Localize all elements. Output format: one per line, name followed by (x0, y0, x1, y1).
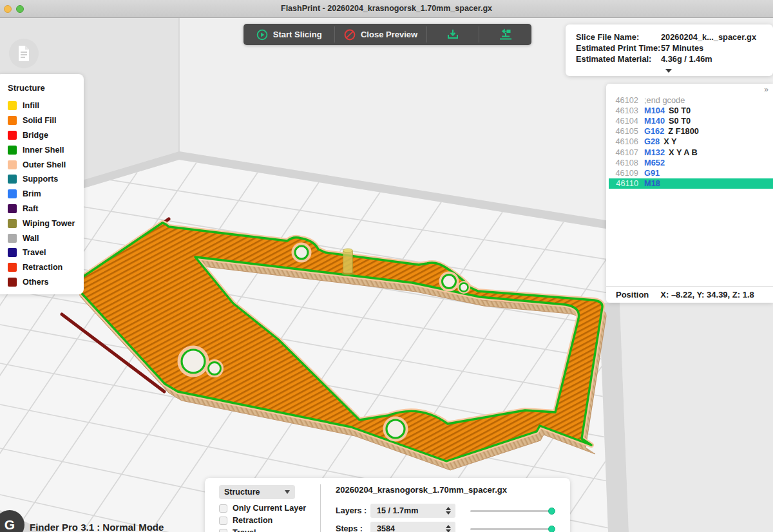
start-slicing-button[interactable]: Start Slicing (243, 24, 334, 45)
gcode-command: M18 (644, 178, 660, 188)
steps-label: Steps : (336, 524, 363, 532)
legend-item-label: Others (23, 278, 49, 287)
display-option-list: Only Current Layer Retraction Travel (219, 502, 306, 532)
gcode-line-number: 46102 (609, 95, 638, 105)
gcode-line[interactable]: 46103 M104 S0 T0 (609, 105, 773, 115)
legend-color-swatch (8, 219, 17, 228)
legend-item-label: Supports (23, 175, 58, 184)
display-option[interactable]: Retraction (219, 515, 306, 526)
layers-label: Layers : (336, 506, 367, 515)
slider-track[interactable] (470, 528, 554, 530)
legend-item-label: Infill (23, 101, 39, 110)
legend-item: Infill (0, 99, 84, 113)
display-option[interactable]: Travel (219, 527, 306, 532)
legend-color-swatch (8, 160, 17, 169)
legend-item-label: Outer Shell (23, 160, 66, 169)
position-value: X: –8.22, Y: 34.39, Z: 1.8 (660, 290, 754, 299)
layers-slider[interactable] (470, 508, 554, 515)
save-gcode-button[interactable] (427, 24, 479, 45)
legend-color-swatch (8, 131, 17, 140)
checkbox[interactable] (219, 529, 227, 532)
gcode-line[interactable]: 46107 M132 X Y A B (609, 147, 773, 157)
gcode-command: G28 (644, 137, 660, 146)
window-title: FlashPrint - 20260204_krasnogorsk_1.70mm… (0, 4, 773, 13)
step-down-icon (446, 529, 451, 532)
layers-value: 15 / 1.7mm (377, 506, 418, 515)
machine-badge-letter: G (5, 517, 15, 532)
slider-knob[interactable] (548, 526, 555, 532)
info-row: Estimated Print Time: 57 Minutes (576, 43, 773, 53)
position-label: Position (616, 290, 649, 299)
legend-item: Bridge (0, 128, 84, 143)
step-up-icon (446, 525, 451, 528)
step-down-icon (446, 511, 451, 515)
machine-status-text: Finder Pro 3.1 : Normal Mode (30, 522, 164, 532)
legend-title: Structure (0, 83, 84, 93)
info-value: 20260204_k..._spacer.gx (661, 32, 756, 43)
gcode-line[interactable]: 46104 M140 S0 T0 (609, 115, 773, 126)
gcode-line[interactable]: 46102 ;end gcode (609, 95, 773, 105)
layers-stepper[interactable] (446, 507, 451, 515)
preview-filename: 20260204_krasnogorsk_1.70mm_spacer.gx (336, 485, 507, 495)
legend-item-label: Retraction (23, 263, 62, 272)
gcode-command: G162 (644, 126, 664, 136)
slider-knob[interactable] (548, 508, 555, 515)
legend-color-swatch (8, 204, 17, 213)
gcode-command: M140 (644, 116, 665, 126)
legend-item-label: Raft (23, 204, 39, 213)
checkbox[interactable] (219, 517, 227, 525)
gcode-line[interactable]: 46108 M652 (609, 157, 773, 167)
info-label: Estimated Print Time: (576, 43, 661, 53)
legend-color-swatch (8, 101, 17, 110)
steps-value: 3584 (377, 524, 395, 532)
gcode-command: ;end gcode (644, 95, 685, 105)
checkbox[interactable] (219, 504, 227, 513)
legend-item: Solid Fill (0, 113, 84, 128)
chevron-down-icon (285, 490, 290, 494)
layers-field[interactable]: 15 / 1.7mm (370, 504, 455, 518)
steps-slider[interactable] (470, 526, 554, 532)
structure-dropdown[interactable]: Structure (219, 485, 295, 499)
info-row: Slice File Name: 20260204_k..._spacer.gx (576, 32, 773, 43)
right-floor (620, 303, 773, 532)
position-row: Position X: –8.22, Y: 34.39, Z: 1.8 (606, 286, 773, 303)
legend-item: Supports (0, 172, 84, 187)
panel-divider (320, 484, 321, 532)
legend-item-label: Inner Shell (23, 146, 64, 155)
preview-toolbar: Start Slicing Close Preview (243, 24, 531, 45)
legend-item: Wiping Tower (0, 216, 84, 231)
send-to-printer-button[interactable] (479, 24, 531, 45)
title-bar: FlashPrint - 20260204_krasnogorsk_1.70mm… (0, 0, 773, 18)
legend-item: Wall (0, 231, 84, 245)
load-file-button[interactable] (9, 39, 39, 68)
gcode-args: S0 T0 (669, 106, 691, 115)
slider-track[interactable] (470, 510, 554, 512)
panel-expander-icon[interactable]: » (764, 85, 768, 94)
gcode-line[interactable]: 46105 G162 Z F1800 (609, 126, 773, 137)
structure-legend-panel: Structure Infill Solid Fill Bridge Inner… (0, 74, 84, 294)
gcode-command: M132 (644, 147, 665, 157)
collapse-caret-icon[interactable] (665, 69, 672, 73)
gcode-line[interactable]: 46106 G28 X Y (609, 137, 773, 147)
legend-item: Outer Shell (0, 157, 84, 172)
info-label: Estimated Material: (576, 53, 661, 64)
slice-info-panel: Slice File Name: 20260204_k..._spacer.gx… (566, 24, 773, 76)
gcode-line-list: 46102 ;end gcode 46103 M104 S0 T0 46104 … (609, 95, 773, 189)
legend-item: Brim (0, 187, 84, 202)
legend-item-label: Bridge (23, 131, 48, 140)
legend-color-swatch (8, 234, 17, 243)
close-preview-button[interactable]: Close Preview (335, 24, 426, 45)
display-option[interactable]: Only Current Layer (219, 502, 306, 514)
legend-color-swatch (8, 263, 17, 272)
steps-stepper[interactable] (446, 525, 451, 532)
gcode-line[interactable]: 46110 M18 (609, 178, 773, 189)
gcode-line[interactable]: 46109 G91 (609, 167, 773, 178)
steps-field[interactable]: 3584 (370, 522, 455, 532)
legend-color-swatch (8, 146, 17, 155)
checkbox-label: Travel (233, 528, 256, 532)
gcode-command: M104 (644, 106, 665, 115)
gcode-line-number: 46106 (609, 137, 638, 146)
legend-item-label: Solid Fill (23, 116, 56, 125)
info-value: 4.36g / 1.46m (661, 53, 712, 64)
gcode-line-number: 46108 (609, 158, 638, 167)
